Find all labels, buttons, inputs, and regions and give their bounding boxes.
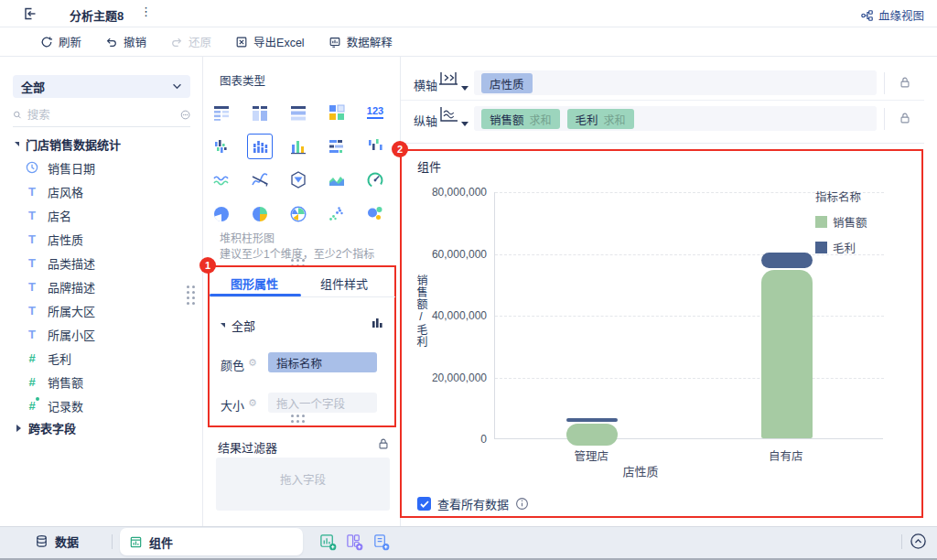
table-scope-selector[interactable]: 全部 [13, 75, 190, 98]
add-layout-button[interactable] [346, 533, 363, 551]
field-label: 店性质 [48, 231, 83, 248]
props-drag-handle-bottom[interactable] [291, 415, 305, 423]
field-item[interactable]: T店性质 [0, 227, 203, 251]
field-item[interactable]: T店名 [0, 203, 203, 227]
chart-type-stacked-bar-icon[interactable] [318, 129, 356, 163]
undo-button[interactable]: 撤销 [105, 33, 146, 50]
search-input[interactable] [27, 109, 175, 122]
legend-label: 销售额 [833, 213, 867, 231]
chart-type-column-icon[interactable] [279, 129, 318, 163]
chart-type-line-icon[interactable] [202, 163, 241, 197]
chart-type-area-icon[interactable] [318, 163, 356, 197]
y-axis-type-icon[interactable] [437, 105, 459, 124]
field-list: 销售日期T店风格T店名T店性质T品类描述T品牌描述T所属大区T所属小区#毛利#销… [0, 156, 203, 417]
data-explain-button[interactable]: 数据解释 [328, 33, 393, 50]
add-report-button[interactable] [372, 533, 390, 551]
field-item[interactable]: T品牌描述 [0, 275, 203, 298]
chart-type-gauge-icon[interactable] [356, 163, 394, 197]
app-window: 分析主题8 ⋮ 血缘视图 刷新 撤销 还原 [0, 0, 937, 560]
x-axis-field-well[interactable] [474, 70, 877, 95]
add-chart-icon [319, 533, 337, 551]
refresh-icon [40, 36, 53, 48]
field-item[interactable]: #毛利 [0, 346, 203, 370]
legend-title: 指标名称 [815, 188, 867, 205]
y-axis-shelf-label: 纵轴 [414, 112, 437, 129]
gridline [495, 378, 884, 379]
search-options-icon[interactable] [180, 108, 190, 122]
chart-type-title: 图表类型 [220, 71, 265, 89]
field-item[interactable]: T所属小区 [0, 322, 203, 346]
tab-divider [210, 296, 395, 297]
y-tick-label: 40,000,000 [391, 309, 487, 322]
chart-type-scatter-icon[interactable] [318, 197, 356, 231]
y-axis-lock-icon[interactable] [899, 112, 911, 124]
field-item[interactable]: #记录数 [0, 393, 203, 417]
number-field-icon: # [26, 375, 38, 389]
x-category-label: 自有店 [731, 447, 841, 464]
cross-table-fields-row[interactable]: 跨表字段 [16, 419, 76, 436]
field-item[interactable]: 销售日期 [0, 156, 203, 179]
result-filter-title: 结果过滤器 [218, 438, 277, 456]
chart-type-table-icon[interactable] [202, 95, 241, 129]
lineage-view-button[interactable]: 血缘视图 [860, 6, 924, 24]
panel-resize-handle[interactable] [187, 285, 195, 305]
props-drag-handle-top[interactable] [291, 259, 305, 267]
chart-type-stacked-column-icon-selected[interactable] [241, 129, 279, 163]
field-item[interactable]: T所属大区 [0, 298, 203, 322]
size-drop-zone[interactable]: 拖入一个字段 [268, 393, 377, 413]
more-menu-icon[interactable]: ⋮ [140, 5, 152, 18]
y-axis-caret-icon[interactable] [461, 122, 468, 126]
export-excel-button[interactable]: 导出Excel [235, 33, 305, 50]
gear-icon[interactable]: ⚙ [248, 397, 257, 409]
chart-type-bidirectional-bar-icon[interactable] [202, 129, 241, 163]
gear-icon[interactable]: ⚙ [248, 357, 257, 369]
bar-segment-profit[interactable] [566, 418, 618, 422]
tab-component-style[interactable]: 组件样式 [320, 275, 368, 292]
add-component-button[interactable] [319, 533, 337, 551]
divider [884, 72, 885, 94]
view-all-checkbox[interactable] [417, 497, 431, 511]
chart-type-indicator-icon[interactable]: 123 [356, 95, 394, 129]
x-axis-type-icon[interactable] [437, 70, 459, 89]
lock-icon[interactable] [377, 437, 390, 450]
redo-button[interactable]: 还原 [170, 33, 211, 50]
props-group-row[interactable]: 全部 [221, 317, 255, 334]
result-filter-drop-zone[interactable]: 拖入字段 [216, 458, 390, 511]
refresh-button[interactable]: 刷新 [40, 33, 81, 50]
divider [401, 143, 924, 144]
field-item[interactable]: T店风格 [0, 179, 203, 203]
legend-item[interactable]: 毛利 [815, 239, 867, 256]
collapse-panel-button[interactable] [910, 533, 927, 550]
exit-icon[interactable] [22, 6, 37, 21]
chart-type-funnel-3d-icon[interactable] [279, 163, 318, 197]
tab-data[interactable]: 数据 [35, 533, 79, 550]
info-icon[interactable] [515, 497, 529, 511]
x-axis-lock-icon[interactable] [899, 76, 911, 89]
chart-type-pie-icon[interactable] [202, 197, 241, 231]
chart-type-multi-pie-icon[interactable] [241, 197, 279, 231]
y-axis-field-tag[interactable]: 毛利求和 [567, 109, 634, 129]
chart-type-group-table-icon[interactable] [241, 95, 279, 129]
bar-segment-sales[interactable] [566, 424, 618, 446]
tab-component-active[interactable]: 组件 [120, 528, 303, 555]
chart-type-combo-line-icon[interactable] [241, 163, 279, 197]
x-axis-field-tag[interactable]: 店性质 [481, 73, 533, 93]
chart-type-kpi-card-icon[interactable] [318, 95, 356, 129]
y-axis-field-tag[interactable]: 销售额求和 [481, 109, 560, 129]
chart-type-cross-table-icon[interactable] [279, 95, 318, 129]
chart-type-range-column-icon[interactable] [356, 129, 394, 163]
color-field-tag[interactable]: 指标名称 [268, 352, 377, 372]
field-item[interactable]: T品类描述 [0, 251, 203, 275]
bar-segment-profit[interactable] [761, 253, 813, 268]
check-icon [420, 501, 429, 508]
table-tree-header[interactable]: 门店销售数据统计 [15, 135, 121, 153]
chart-type-bubble-icon[interactable] [356, 197, 394, 231]
legend-item[interactable]: 销售额 [815, 213, 867, 231]
bar-segment-sales[interactable] [761, 270, 813, 438]
text-field-icon: T [26, 256, 38, 270]
chart-type-rose-icon[interactable] [279, 197, 318, 231]
field-item[interactable]: #销售额 [0, 370, 203, 393]
legend-label: 毛利 [833, 239, 856, 256]
tab-graphic-properties[interactable]: 图形属性 [231, 275, 278, 292]
x-axis-caret-icon[interactable] [461, 86, 468, 91]
